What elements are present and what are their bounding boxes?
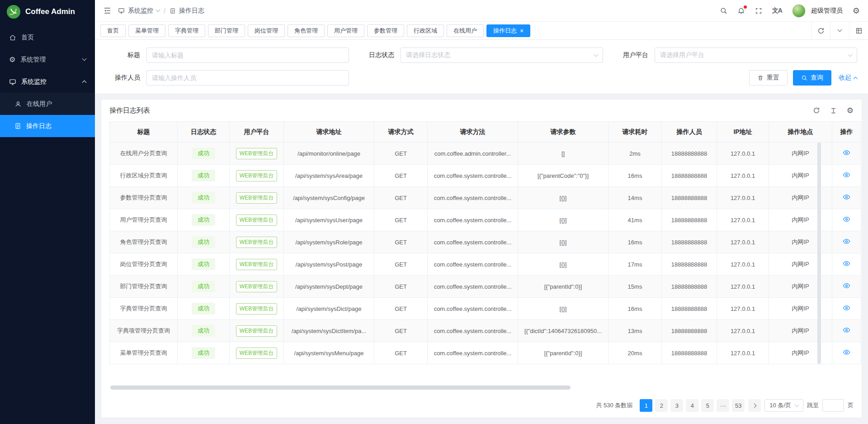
table-header-row: 标题日志状态用户平台请求地址请求方式请求方法请求参数请求耗时操作人员IP地址操作…	[110, 122, 861, 143]
chevron-down-icon[interactable]	[830, 22, 849, 40]
collapse-link[interactable]: 收起	[839, 74, 857, 82]
next-page-button[interactable]	[748, 399, 761, 412]
tab-label: 岗位管理	[255, 27, 278, 35]
status-badge: 成功	[192, 303, 215, 314]
jump-page-input[interactable]	[822, 399, 844, 412]
tab[interactable]: 字典管理	[168, 24, 205, 37]
username[interactable]: 超级管理员	[811, 7, 843, 15]
tab[interactable]: 岗位管理	[248, 24, 285, 37]
tab[interactable]: 用户管理	[327, 24, 364, 37]
view-detail-eye-icon[interactable]	[843, 260, 850, 267]
logo[interactable]: Coffee Admin	[0, 0, 95, 24]
view-detail-eye-icon[interactable]	[843, 238, 850, 245]
page-button[interactable]: 1	[640, 399, 652, 412]
log-status-select[interactable]: 请选择日志状态	[401, 48, 603, 63]
close-icon[interactable]: ×	[520, 28, 524, 34]
layout-grid-icon[interactable]	[849, 22, 868, 40]
cell-operator: 18888888888	[662, 298, 717, 320]
refresh-icon[interactable]	[813, 107, 820, 114]
refresh-icon[interactable]	[811, 22, 830, 40]
title-input[interactable]	[146, 48, 349, 63]
status-badge: 成功	[192, 347, 215, 359]
cell-duration: 16ms	[609, 298, 662, 320]
cell-request-method: GET	[374, 298, 428, 320]
cell-operator: 18888888888	[662, 187, 717, 209]
cell-request-params: [{}]	[518, 253, 609, 276]
tab[interactable]: 首页	[100, 24, 126, 37]
cell-platform: WEB管理后台	[230, 320, 284, 342]
user-platform-select[interactable]: 请选择用户平台	[655, 48, 857, 63]
sidebar-item-online-users[interactable]: 在线用户	[0, 93, 95, 115]
platform-badge: WEB管理后台	[236, 259, 277, 270]
query-button-label: 查询	[811, 74, 823, 82]
vertical-scrollbar[interactable]	[817, 143, 821, 364]
chevron-down-icon	[594, 52, 599, 57]
table-row: 在线用户分页查询 成功 WEB管理后台 /api/monitor/online/…	[110, 143, 861, 165]
page-size-value: 10 条/页	[769, 401, 791, 410]
view-detail-eye-icon[interactable]	[843, 348, 850, 356]
cell-location: 内网IP	[769, 209, 832, 231]
sidebar-item-system-monitor[interactable]: 系统监控	[0, 71, 95, 93]
table-row: 行政区域分页查询 成功 WEB管理后台 /api/system/sysArea/…	[110, 165, 861, 187]
search-icon[interactable]	[720, 7, 727, 14]
page-button[interactable]: 53	[732, 399, 745, 412]
tab[interactable]: 角色管理	[288, 24, 325, 37]
page-button[interactable]: 2	[655, 399, 668, 412]
cell-ip: 127.0.0.1	[717, 253, 769, 276]
monitor-icon	[118, 7, 125, 14]
tab[interactable]: 参数管理	[367, 24, 404, 37]
page-size-select[interactable]: 10 条/页	[764, 399, 803, 412]
trash-icon	[757, 75, 764, 81]
page-button[interactable]: 3	[670, 399, 683, 412]
page-button[interactable]: ···	[717, 399, 729, 412]
avatar[interactable]	[792, 4, 806, 18]
tab[interactable]: 部门管理	[208, 24, 245, 37]
reset-button[interactable]: 重置	[749, 70, 788, 86]
sidebar-item-system-management[interactable]: ⚙ 系统管理	[0, 48, 95, 71]
notification-bell-icon[interactable]	[737, 7, 745, 14]
filter-platform-label: 用户平台	[614, 51, 655, 59]
query-button[interactable]: 查询	[793, 70, 831, 86]
menu-fold-icon[interactable]	[103, 6, 112, 15]
cell-title: 岗位管理分页查询	[110, 253, 178, 276]
operator-input[interactable]	[146, 70, 349, 86]
column-header: 操作	[832, 122, 861, 143]
cell-duration: 16ms	[609, 231, 662, 253]
view-detail-eye-icon[interactable]	[843, 304, 850, 312]
topbar-actions: 文A 超级管理员 ⚙	[720, 4, 860, 18]
column-height-icon[interactable]	[830, 107, 837, 114]
page-button[interactable]: 5	[701, 399, 714, 412]
cell-location: 内网IP	[769, 231, 832, 253]
sidebar-menu: 首页 ⚙ 系统管理 系统监控 在线用户	[0, 24, 95, 424]
cell-location: 内网IP	[769, 276, 832, 298]
view-detail-eye-icon[interactable]	[843, 149, 850, 157]
breadcrumb-parent[interactable]: 系统监控	[128, 7, 153, 15]
cell-request-method: GET	[374, 276, 428, 298]
cell-actions	[832, 342, 861, 364]
view-detail-eye-icon[interactable]	[843, 215, 850, 223]
table-title: 操作日志列表	[109, 106, 150, 115]
translate-icon[interactable]: 文A	[772, 7, 782, 15]
view-detail-eye-icon[interactable]	[843, 193, 850, 201]
sidebar-item-home[interactable]: 首页	[0, 26, 95, 48]
tab-label: 菜单管理	[135, 27, 159, 35]
table-row: 用户管理分页查询 成功 WEB管理后台 /api/system/sysUser/…	[110, 209, 861, 231]
page-button[interactable]: 4	[686, 399, 698, 412]
tab[interactable]: 操作日志 ×	[486, 24, 530, 37]
cell-title: 角色管理分页查询	[110, 231, 178, 253]
view-detail-eye-icon[interactable]	[843, 326, 850, 334]
sidebar-item-operation-log[interactable]: 操作日志	[0, 115, 95, 137]
scrollbar-thumb[interactable]	[110, 386, 571, 390]
view-detail-eye-icon[interactable]	[843, 282, 850, 290]
settings-gear-icon[interactable]: ⚙	[853, 7, 860, 15]
fullscreen-icon[interactable]	[755, 7, 762, 14]
tab[interactable]: 在线用户	[447, 24, 484, 37]
settings-gear-icon[interactable]: ⚙	[847, 107, 854, 114]
home-icon	[9, 34, 16, 41]
tab[interactable]: 行政区域	[407, 24, 444, 37]
horizontal-scrollbar[interactable]	[110, 386, 853, 390]
sidebar-item-label: 操作日志	[26, 122, 52, 130]
tab[interactable]: 菜单管理	[128, 24, 165, 37]
cell-location: 内网IP	[769, 165, 832, 187]
view-detail-eye-icon[interactable]	[843, 171, 850, 179]
